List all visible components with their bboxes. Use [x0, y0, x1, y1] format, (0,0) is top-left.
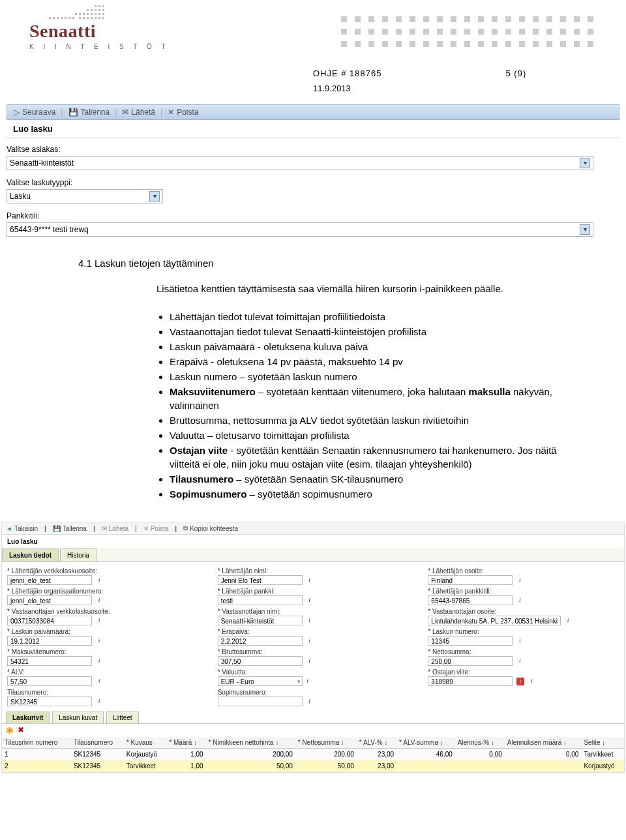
- send-button[interactable]: ✉ Lähetä: [102, 525, 129, 532]
- info-icon[interactable]: i: [306, 658, 313, 665]
- table-row[interactable]: 1SK12345Korjaustyö1,00200,00200,0023,004…: [2, 749, 624, 760]
- field-input[interactable]: 54321: [7, 656, 92, 666]
- form-field: * Laskun numero:12345i: [428, 628, 619, 646]
- field-input[interactable]: 2.2.2012: [218, 636, 303, 646]
- info-icon[interactable]: i: [306, 698, 313, 705]
- doc-date: 11.9.2013: [313, 83, 351, 93]
- field-input[interactable]: 307,50: [218, 656, 303, 666]
- save-button[interactable]: 💾 Tallenna: [68, 108, 110, 117]
- info-icon[interactable]: i: [96, 658, 102, 665]
- table-cell: 1,00: [166, 760, 205, 772]
- field-input[interactable]: Finland: [428, 575, 513, 585]
- col-alvs[interactable]: * ALV-summa ↓: [396, 737, 455, 749]
- info-icon[interactable]: i: [516, 638, 523, 644]
- add-row-icon[interactable]: ✱: [6, 725, 14, 736]
- svg-rect-28: [98, 17, 100, 19]
- field-input[interactable]: 65443-97865: [428, 595, 513, 605]
- tab-laskun-kuvat[interactable]: Laskun kuvat: [52, 712, 104, 723]
- col-alep[interactable]: Alennus-% ↓: [455, 737, 505, 749]
- type-label: Valitse laskutyyppi:: [7, 178, 619, 187]
- field-input[interactable]: jenni_elo_test: [7, 575, 92, 585]
- svg-rect-23: [79, 17, 81, 19]
- info-icon[interactable]: i: [305, 678, 311, 685]
- field-label: * Vastaanottajan verkkolaskuosoite:: [7, 608, 198, 615]
- info-icon[interactable]: i: [306, 638, 313, 644]
- form-field: * Lähettäjän osoite:Finlandi: [428, 567, 619, 585]
- info-icon[interactable]: i: [96, 698, 102, 705]
- field-input[interactable]: EUR - Euro: [218, 676, 303, 686]
- form-field: * Laskun päivämäärä:19.1.2012i: [7, 628, 198, 646]
- info-icon[interactable]: i: [528, 678, 535, 685]
- copy-button[interactable]: ⧉ Kopioi kohteesta: [183, 524, 238, 532]
- table-cell: 50,00: [206, 760, 295, 772]
- tab-historia[interactable]: Historia: [60, 548, 97, 562]
- tab-laskurivit[interactable]: Laskurivit: [6, 712, 50, 723]
- delete-row-icon[interactable]: ✖: [18, 725, 24, 736]
- form-field: * Lähettäjän pankki:testii: [218, 588, 409, 605]
- field-input[interactable]: 12345: [428, 636, 513, 646]
- field-input[interactable]: 57,50: [7, 676, 92, 686]
- tab-laskun-tiedot[interactable]: Laskun tiedot: [2, 548, 59, 562]
- svg-rect-14: [98, 13, 100, 15]
- col-alem[interactable]: Alennuksen määrä ↓: [505, 737, 582, 749]
- col-tilausnumero[interactable]: Tilausnumero: [71, 737, 124, 749]
- info-icon[interactable]: i: [516, 597, 523, 604]
- save-button[interactable]: 💾 Tallenna: [53, 525, 87, 532]
- bullet-item: Maksuviitenumero – syötetään kenttään vi…: [170, 385, 567, 412]
- form-field: * Bruttosumma:307,50i: [218, 648, 409, 666]
- info-icon[interactable]: i: [96, 618, 102, 624]
- col-kuvaus[interactable]: * Kuvaus: [124, 737, 167, 749]
- col-nettohinta[interactable]: * Nimikkeen nettohinta ↓: [206, 737, 295, 749]
- info-icon[interactable]: i: [96, 577, 102, 584]
- field-input[interactable]: Lintulahdenkatu 5A, PL 237, 00531 Helsin…: [428, 616, 561, 625]
- col-rownum[interactable]: Tilausrivin numero: [2, 737, 71, 749]
- form-field: Sopimusnumero:i: [218, 689, 409, 706]
- svg-rect-11: [87, 13, 89, 15]
- svg-rect-13: [95, 13, 97, 15]
- field-input[interactable]: Jenni Elo Test: [218, 575, 303, 585]
- customer-select[interactable]: Senaatti-kiinteistöt ▾: [7, 156, 593, 170]
- info-icon[interactable]: i: [306, 577, 313, 584]
- col-alvp[interactable]: * ALV-% ↓: [357, 737, 396, 749]
- chevron-down-icon: ▾: [149, 191, 160, 202]
- info-icon[interactable]: i: [96, 638, 102, 644]
- field-label: Tilausnumero:: [7, 689, 198, 696]
- info-icon[interactable]: i: [306, 618, 313, 624]
- bank-select[interactable]: 65443-9**** testi trewq ▾: [7, 222, 593, 237]
- info-icon[interactable]: i: [516, 658, 523, 665]
- info-icon[interactable]: i: [96, 678, 102, 685]
- field-input[interactable]: 250,00: [428, 656, 513, 666]
- delete-button[interactable]: ✕ Poista: [168, 108, 198, 117]
- field-label: * Vastaanottajan osoite:: [428, 608, 619, 615]
- info-icon[interactable]: i: [516, 577, 523, 584]
- section-intro: Lisätietoa kenttien täyttämisestä saa vi…: [156, 282, 567, 295]
- field-input[interactable]: jenni_elo_test: [7, 595, 92, 605]
- info-icon[interactable]: i: [306, 597, 313, 604]
- back-button[interactable]: ◄ Takaisin: [6, 525, 38, 532]
- send-button[interactable]: ✉ Lähetä: [122, 108, 155, 117]
- field-input[interactable]: SK12345: [7, 697, 92, 706]
- field-label: * Lähettäjän pankki:: [218, 588, 409, 595]
- field-input[interactable]: [218, 697, 303, 706]
- delete-button[interactable]: ✕ Poista: [143, 525, 169, 532]
- info-icon[interactable]: i: [96, 597, 102, 604]
- col-selite[interactable]: Selite ↓: [581, 737, 624, 749]
- type-select[interactable]: Lasku ▾: [7, 189, 163, 203]
- form-field: * Lähettäjän pankkitili:65443-97865i: [428, 588, 619, 605]
- field-input[interactable]: 003715033084: [7, 616, 92, 625]
- info-icon[interactable]: i: [565, 618, 571, 624]
- field-label: * Lähettäjän nimi:: [218, 567, 409, 575]
- col-nettosumma[interactable]: * Nettosumma ↓: [295, 737, 357, 749]
- col-maara[interactable]: * Määrä ↓: [166, 737, 205, 749]
- field-input[interactable]: testi: [218, 595, 303, 605]
- field-input[interactable]: 19.1.2012: [7, 636, 92, 646]
- table-row[interactable]: 2SK12345Tarvikkeet1,0050,0050,0023,00Kor…: [2, 760, 624, 772]
- field-input[interactable]: Senaatti-kiinteistöt: [218, 616, 303, 625]
- chevron-down-icon: ▾: [297, 678, 301, 685]
- field-input[interactable]: 318989: [428, 676, 513, 686]
- table-cell: [396, 760, 455, 772]
- logo-subtitle: K I I N T E I S T Ö T: [29, 43, 170, 50]
- svg-rect-24: [83, 17, 85, 19]
- tab-liitteet[interactable]: Liitteet: [106, 712, 138, 723]
- next-button[interactable]: ▷ Seuraava: [14, 108, 55, 117]
